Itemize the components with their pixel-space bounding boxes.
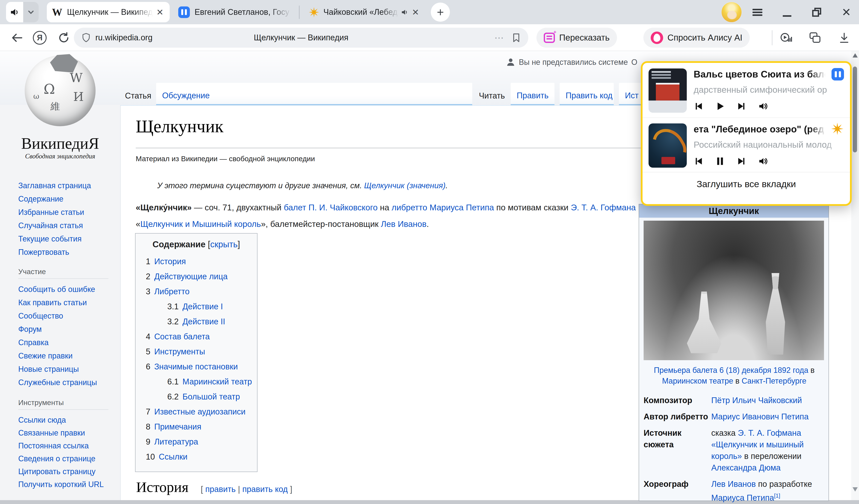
- close-window-button[interactable]: ✕: [839, 5, 854, 20]
- tab-history[interactable]: Ист: [625, 91, 639, 100]
- sidebar-link[interactable]: Цитировать страницу: [18, 465, 110, 478]
- shield-icon: [81, 33, 91, 43]
- downloads-button[interactable]: [835, 24, 854, 51]
- mute-tabs-button[interactable]: [6, 2, 23, 22]
- minimize-button[interactable]: [780, 5, 795, 20]
- edit-link[interactable]: править: [205, 485, 236, 494]
- tab-sound-icon[interactable]: [401, 9, 408, 16]
- pause-badge[interactable]: [831, 68, 844, 80]
- page-scrollbar[interactable]: [851, 51, 859, 500]
- browser-menu-button[interactable]: [750, 5, 765, 20]
- media-player-button[interactable]: [777, 24, 795, 51]
- sidebar-link[interactable]: Получить короткий URL: [18, 478, 110, 491]
- tab-list-dropdown-button[interactable]: [23, 2, 39, 22]
- sidebar-link[interactable]: Избранные статьи: [18, 205, 113, 219]
- scroll-down-arrow-icon[interactable]: [853, 487, 858, 491]
- volume-icon[interactable]: [758, 101, 769, 111]
- toc-link[interactable]: Ссылки: [159, 452, 187, 461]
- audio-track-row[interactable]: ета "Лебединое озеро" (ред Российский на…: [643, 118, 850, 172]
- toc-link[interactable]: Большой театр: [183, 392, 240, 401]
- tab-wikipedia[interactable]: W Щелкунчик — Википед ✕: [47, 2, 170, 22]
- pause-icon[interactable]: [715, 156, 725, 166]
- sidebar-link[interactable]: Ссылки сюда: [18, 414, 110, 427]
- sidebar-link[interactable]: Форум: [18, 323, 113, 336]
- wikipedia-wordmark[interactable]: ВикипедиЯ: [0, 134, 120, 153]
- tab-paused-audio-badge[interactable]: [178, 6, 190, 18]
- previous-track-icon[interactable]: [694, 156, 704, 166]
- reload-icon: [58, 32, 70, 44]
- media-play-icon: [779, 31, 792, 44]
- audio-track-row[interactable]: Вальс цветов Сюита из балет дарственный …: [643, 63, 850, 118]
- rephrase-button[interactable]: Пересказать: [537, 28, 617, 48]
- browser-toolbar: Я ru.wikipedia.org Щелкунчик — Википедия…: [0, 24, 859, 51]
- avatar[interactable]: [721, 2, 742, 22]
- sidebar-link[interactable]: Сведения о странице: [18, 452, 110, 465]
- tab-talk[interactable]: Обсуждение: [162, 91, 210, 100]
- sidebar-link[interactable]: Свежие правки: [18, 349, 113, 363]
- toc-link[interactable]: Примечания: [154, 422, 201, 431]
- tab-article[interactable]: Статья: [125, 91, 151, 101]
- volume-icon[interactable]: [758, 156, 769, 166]
- sidebar-link[interactable]: Случайная статья: [18, 219, 113, 232]
- next-track-icon[interactable]: [737, 156, 747, 166]
- edit-source-link[interactable]: править код: [242, 485, 288, 494]
- sidebar-link[interactable]: Пожертвовать: [18, 246, 113, 259]
- toc-link[interactable]: Инструменты: [154, 347, 205, 356]
- wikipedia-globe-logo[interactable]: ΩWИ維ω: [25, 56, 95, 126]
- personal-note[interactable]: Вы не представились системе: [519, 58, 628, 67]
- sidebar-link[interactable]: Связанные правки: [18, 427, 110, 439]
- scroll-up-arrow-icon[interactable]: [853, 53, 858, 58]
- tab-read[interactable]: Читать: [479, 91, 505, 101]
- toc-link[interactable]: Литература: [154, 437, 198, 446]
- sidebar-link[interactable]: Сообщить об ошибке: [18, 283, 113, 296]
- reload-button[interactable]: [54, 24, 73, 51]
- toc-link[interactable]: Состав балета: [154, 332, 210, 341]
- infobox-ballet-photo[interactable]: [644, 221, 824, 360]
- article-tabs-strip: Статья Обсуждение Читать Править Править…: [120, 83, 679, 105]
- sidebar-link[interactable]: Новые страницы: [18, 363, 113, 376]
- close-tab-icon[interactable]: ✕: [156, 7, 164, 17]
- ask-alice-button[interactable]: Спросить Алису AI: [643, 28, 750, 48]
- close-tab-icon[interactable]: ✕: [412, 7, 419, 17]
- restore-window-button[interactable]: [809, 5, 824, 20]
- toc-hide-link[interactable]: скрыть: [210, 240, 238, 249]
- back-button[interactable]: [9, 24, 26, 51]
- sidebar-link[interactable]: Служебные страницы: [18, 376, 113, 389]
- yandex-button[interactable]: Я: [30, 24, 49, 51]
- address-bar[interactable]: ru.wikipedia.org Щелкунчик — Википедия ⋯: [74, 28, 528, 48]
- rephrase-label: Пересказать: [559, 33, 610, 43]
- sidebar-link[interactable]: Содержание: [18, 192, 113, 205]
- rephrase-ai-icon: [544, 33, 555, 43]
- toc-link[interactable]: Значимые постановки: [154, 362, 238, 371]
- side-panels-button[interactable]: [806, 24, 824, 51]
- sidebar-link[interactable]: Справка: [18, 336, 113, 349]
- sidebar-link[interactable]: Постоянная ссылка: [18, 439, 110, 452]
- sidebar-link[interactable]: Как править статьи: [18, 296, 113, 309]
- personal-more[interactable]: О: [631, 58, 637, 67]
- address-more-icon[interactable]: ⋯: [494, 32, 504, 43]
- tab-edit-source[interactable]: Править код: [566, 91, 613, 100]
- bookmark-icon[interactable]: [512, 33, 521, 43]
- track-title: Вальс цветов Сюита из балет: [694, 69, 826, 80]
- toc-link[interactable]: Известные аудиозаписи: [154, 407, 245, 416]
- toc-link[interactable]: Мариинский театр: [183, 377, 252, 386]
- sidebar-link[interactable]: Текущие события: [18, 232, 113, 246]
- sidebar-link[interactable]: Заглавная страница: [18, 179, 113, 192]
- play-icon[interactable]: [715, 101, 725, 111]
- tab-svetlanov[interactable]: Евгений Светланов, Госу: [173, 2, 296, 22]
- previous-track-icon[interactable]: [694, 101, 704, 111]
- sparkle-icon: [308, 7, 319, 18]
- tab-edit[interactable]: Править: [517, 91, 548, 100]
- toc-link[interactable]: Действие II: [183, 317, 225, 326]
- toc-item: 5Инструменты: [136, 344, 257, 359]
- toc-link[interactable]: Действие I: [183, 302, 223, 311]
- scrollbar-thumb[interactable]: [853, 66, 857, 152]
- new-tab-button[interactable]: +: [431, 3, 450, 22]
- toc-link[interactable]: Действующие лица: [154, 272, 228, 281]
- tab-tchaikovsky[interactable]: Чайковский «Лебед ✕: [303, 2, 430, 22]
- toc-link[interactable]: История: [154, 257, 186, 266]
- sidebar-link[interactable]: Сообщество: [18, 309, 113, 323]
- toc-link[interactable]: Либретто: [154, 287, 190, 296]
- next-track-icon[interactable]: [737, 101, 747, 111]
- mute-all-tabs-button[interactable]: Заглушить все вкладки: [643, 172, 850, 196]
